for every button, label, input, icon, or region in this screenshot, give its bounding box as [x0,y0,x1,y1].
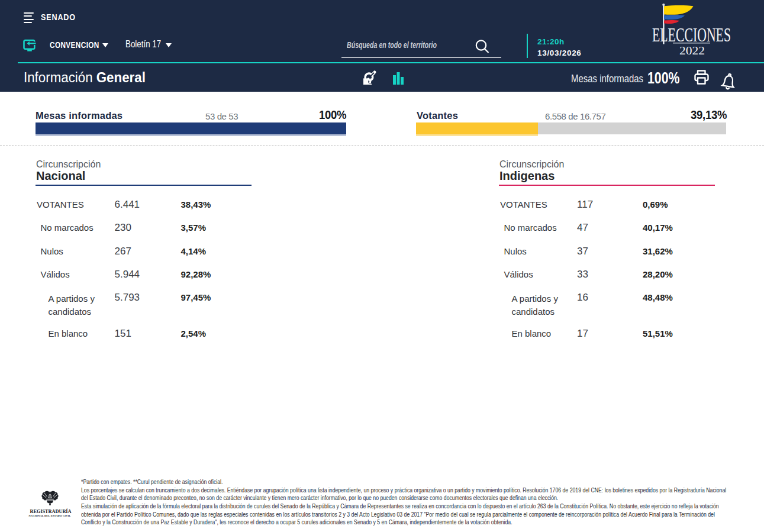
svg-text:2022: 2022 [679,44,705,57]
svg-text:ELECCIONES: ELECCIONES [652,24,731,46]
